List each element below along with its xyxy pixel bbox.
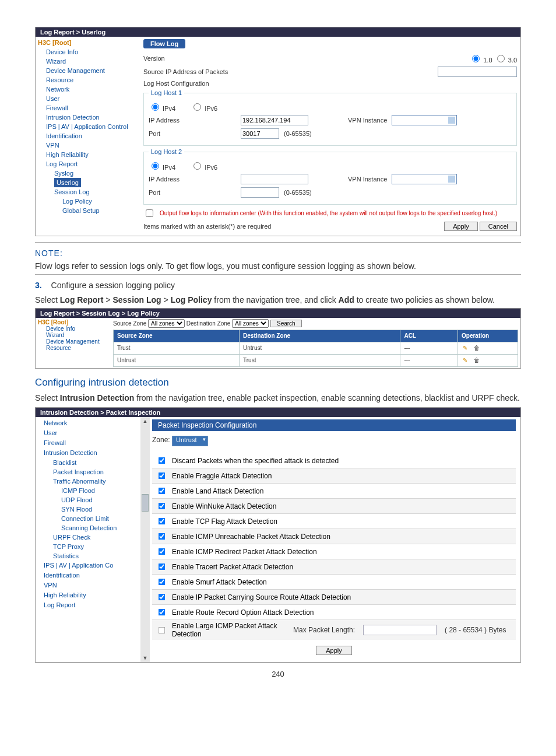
nav-ips-av-appctrl[interactable]: IPS | AV | Application Control — [38, 122, 140, 131]
chk-icmp-redirect[interactable] — [159, 548, 166, 555]
chk-fraggle[interactable] — [159, 473, 166, 480]
radio-h2-ipv4[interactable]: IPv4 — [149, 160, 175, 171]
id-nav-urpf[interactable]: URPF Check — [36, 533, 140, 542]
radio-h1-ipv6[interactable]: IPv6 — [191, 102, 217, 112]
nav-syslog[interactable]: Syslog — [38, 169, 140, 178]
scroll-down-icon[interactable]: ▼ — [143, 654, 148, 662]
chk-large-icmp[interactable] — [159, 626, 166, 634]
chk-smurf[interactable] — [159, 579, 166, 586]
id-nav-vpn[interactable]: VPN — [36, 580, 140, 590]
chk-tracert[interactable] — [159, 564, 166, 570]
sl-nav-deviceinfo[interactable]: Device Info — [38, 326, 111, 332]
apply-button-packet[interactable]: Apply — [316, 646, 352, 655]
apply-button[interactable]: Apply — [444, 222, 478, 231]
id-nav-packet-inspect[interactable]: Packet Inspection — [36, 467, 140, 477]
nav-firewall[interactable]: Firewall — [38, 103, 140, 113]
nav-user[interactable]: User — [38, 94, 140, 103]
input-source-ip[interactable] — [438, 66, 517, 77]
label-dst-zone: Destination Zone — [186, 320, 231, 327]
trash-icon[interactable] — [474, 357, 481, 364]
session-log-filter: Source Zone All zones Destination Zone A… — [113, 319, 518, 328]
input-h2-ip[interactable] — [241, 174, 308, 184]
input-h1-ip[interactable] — [241, 115, 308, 125]
radio-h1-ipv4[interactable]: IPv4 — [149, 102, 175, 112]
id-nav-logreport[interactable]: Log Report — [36, 600, 140, 610]
sl-nav-devmgmt[interactable]: Device Management — [38, 338, 111, 345]
id-nav-scan-detect[interactable]: Scanning Detection — [36, 523, 140, 533]
id-nav-user[interactable]: User — [36, 428, 140, 438]
id-nav-traffic-abnorm[interactable]: Traffic Abnormality — [36, 477, 140, 486]
input-max-packet-length[interactable] — [363, 625, 437, 635]
id-nav-intrusion[interactable]: Intrusion Detection — [36, 448, 140, 458]
cell-ops — [458, 342, 518, 354]
chk-land[interactable] — [159, 488, 166, 495]
radio-version-3[interactable]: 3.0 — [494, 57, 517, 64]
nav-network[interactable]: Network — [38, 85, 140, 94]
chk-icmp-unreach[interactable] — [159, 533, 166, 540]
select-dst-zone[interactable]: All zones — [232, 319, 269, 328]
id-nav-conn-limit[interactable]: Connection Limit — [36, 514, 140, 523]
sl-nav-resource[interactable]: Resource — [38, 345, 111, 351]
id-nav-firewall[interactable]: Firewall — [36, 438, 140, 448]
select-src-zone[interactable]: All zones — [148, 319, 185, 328]
radio-version-1[interactable]: 1.0 — [469, 57, 492, 64]
tab-flow-log[interactable]: Flow Log — [143, 39, 185, 48]
label-h1-ip: IP Address — [149, 117, 236, 124]
id-nav-blacklist[interactable]: Blacklist — [36, 458, 140, 467]
nav-resource[interactable]: Resource — [38, 75, 140, 85]
select-h1-vpn[interactable] — [392, 115, 457, 125]
nav-device-info[interactable]: Device Info — [38, 47, 140, 57]
input-h2-port[interactable] — [241, 187, 279, 198]
lbl-tracert: Enable Tracert Packet Attack Detection — [172, 563, 293, 571]
id-nav-network[interactable]: Network — [36, 418, 140, 428]
edit-icon[interactable] — [463, 345, 470, 352]
chk-output-to-infocenter[interactable] — [146, 209, 153, 217]
search-button[interactable]: Search — [270, 320, 302, 327]
edit-icon[interactable] — [463, 357, 470, 364]
section-heading-intrusion: Configuring intrusion detection — [35, 377, 521, 388]
label-loghost-config: Log Host Configuration — [143, 80, 517, 87]
scroll-thumb[interactable] — [142, 494, 149, 512]
id-nav-ident[interactable]: Identification — [36, 570, 140, 580]
id-nav-tcp-proxy[interactable]: TCP Proxy — [36, 542, 140, 551]
table-row: Untrust Trust --- — [114, 354, 518, 366]
id-nav-highrel[interactable]: High Reliability — [36, 590, 140, 600]
nav-identification[interactable]: Identification — [38, 131, 140, 141]
hint-h2-port-range: (0-65535) — [284, 189, 312, 196]
screenshot-session-log: Log Report > Session Log > Log Policy H3… — [35, 308, 521, 369]
nav-log-policy[interactable]: Log Policy — [38, 197, 140, 206]
input-h1-port[interactable] — [241, 128, 279, 139]
sl-nav-root[interactable]: H3C [Root] — [38, 319, 111, 326]
id-nav-udp-flood[interactable]: UDP Flood — [36, 495, 140, 505]
nav-global-setup[interactable]: Global Setup — [38, 206, 140, 215]
id-nav-statistics[interactable]: Statistics — [36, 551, 140, 561]
nav-scrollbar[interactable]: ▲ ▼ — [140, 417, 150, 662]
cell-acl: --- — [400, 342, 458, 354]
chk-discard[interactable] — [159, 457, 166, 464]
fieldset-loghost-2: Log Host 2 IPv4 IPv6 IP Address VPN Inst… — [143, 148, 517, 205]
trash-icon[interactable] — [474, 345, 481, 352]
nav-wizard[interactable]: Wizard — [38, 57, 140, 66]
nav-root[interactable]: H3C [Root] — [38, 38, 140, 47]
nav-device-management[interactable]: Device Management — [38, 66, 140, 75]
id-nav-icmp-flood[interactable]: ICMP Flood — [36, 486, 140, 495]
nav-intrusion-detection[interactable]: Intrusion Detection — [38, 113, 140, 122]
nav-log-report[interactable]: Log Report — [38, 159, 140, 169]
radio-h2-ipv6[interactable]: IPv6 — [191, 160, 217, 171]
scroll-up-icon[interactable]: ▲ — [143, 417, 148, 425]
sl-nav-wizard[interactable]: Wizard — [38, 332, 111, 338]
chk-tcpflag[interactable] — [159, 518, 166, 525]
cancel-button[interactable]: Cancel — [480, 222, 517, 231]
nav-high-reliability[interactable]: High Reliability — [38, 150, 140, 159]
nav-userlog[interactable]: Userlog — [38, 178, 140, 187]
chk-winnuke[interactable] — [159, 503, 166, 510]
chk-routerecord[interactable] — [159, 609, 166, 616]
lbl-winnuke: Enable WinNuke Attack Detection — [172, 502, 276, 510]
id-nav-syn-flood[interactable]: SYN Flood — [36, 505, 140, 514]
chk-srcroute[interactable] — [159, 594, 166, 601]
id-nav-ipsav[interactable]: IPS | AV | Application Co — [36, 561, 140, 570]
nav-vpn[interactable]: VPN — [38, 141, 140, 150]
nav-session-log[interactable]: Session Log — [38, 187, 140, 197]
select-h2-vpn[interactable] — [392, 174, 457, 184]
zone-select[interactable]: Untrust — [172, 436, 207, 446]
